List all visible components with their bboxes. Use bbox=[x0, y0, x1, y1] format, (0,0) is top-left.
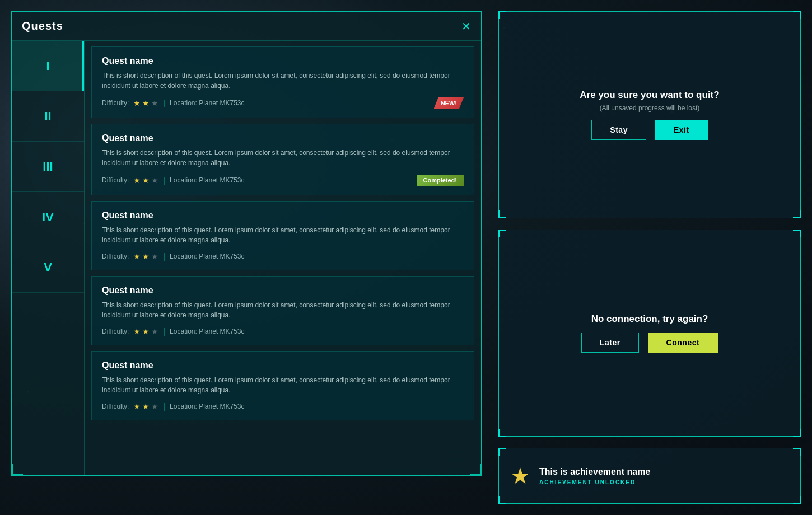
quest-description: This is short description of this quest.… bbox=[102, 300, 464, 320]
quest-tab-3[interactable]: III bbox=[12, 142, 84, 192]
achievement-star-icon: ★ bbox=[510, 463, 530, 489]
star-2: ★ bbox=[142, 327, 150, 336]
difficulty-stars: ★ ★ ★ bbox=[133, 402, 158, 411]
quest-meta: Difficulty: ★ ★ ★ | Location: Planet MK7… bbox=[102, 327, 245, 336]
quest-name: Quest name bbox=[102, 210, 464, 221]
later-button[interactable]: Later bbox=[581, 333, 639, 353]
quest-meta: Difficulty: ★ ★ ★ | Location: Planet MK7… bbox=[102, 99, 245, 107]
quest-description: This is short description of this quest.… bbox=[102, 71, 464, 91]
badge-new: NEW! bbox=[434, 97, 464, 109]
corner-tl bbox=[498, 11, 506, 19]
star-2: ★ bbox=[142, 99, 150, 107]
quest-item[interactable]: Quest name This is short description of … bbox=[91, 276, 474, 345]
quest-footer: Difficulty: ★ ★ ★ | Location: Planet MK7… bbox=[102, 175, 464, 186]
corner-bl bbox=[498, 496, 506, 504]
quest-description: This is short description of this quest.… bbox=[102, 148, 464, 168]
location-label: Location: Planet MK753c bbox=[170, 176, 244, 184]
quests-title: Quests bbox=[22, 20, 63, 32]
achievement-label: ACHIEVEMENT UNLOCKED bbox=[539, 479, 650, 485]
quest-item[interactable]: Quest name This is short description of … bbox=[91, 46, 474, 118]
quest-list[interactable]: Quest name This is short description of … bbox=[85, 41, 481, 475]
quests-body: I II III IV V Quest name This is short d… bbox=[12, 41, 481, 475]
star-1: ★ bbox=[133, 99, 141, 107]
star-1: ★ bbox=[133, 402, 141, 411]
quest-meta: Difficulty: ★ ★ ★ | Location: Planet MK7… bbox=[102, 252, 245, 261]
star-1: ★ bbox=[133, 176, 141, 185]
corner-tl bbox=[498, 230, 506, 237]
quest-footer: Difficulty: ★ ★ ★ | Location: Planet MK7… bbox=[102, 252, 464, 261]
quit-dialog-subtitle: (All unsaved progress will be lost) bbox=[600, 104, 700, 112]
stay-button[interactable]: Stay bbox=[591, 120, 646, 140]
corner-br bbox=[793, 496, 801, 504]
star-1: ★ bbox=[133, 252, 141, 261]
star-3: ★ bbox=[151, 252, 158, 261]
corner-bl bbox=[498, 210, 506, 218]
quest-footer: Difficulty: ★ ★ ★ | Location: Planet MK7… bbox=[102, 97, 464, 109]
quest-description: This is short description of this quest.… bbox=[102, 225, 464, 245]
badge-completed: Completed! bbox=[417, 175, 464, 186]
star-2: ★ bbox=[142, 176, 150, 185]
quest-meta: Difficulty: ★ ★ ★ | Location: Planet MK7… bbox=[102, 176, 245, 185]
quest-tab-5[interactable]: V bbox=[12, 242, 84, 293]
star-1: ★ bbox=[133, 327, 141, 336]
separator: | bbox=[163, 99, 165, 107]
connection-dialog: No connection, try again? Later Connect bbox=[498, 230, 801, 437]
star-3: ★ bbox=[151, 327, 158, 336]
quest-footer: Difficulty: ★ ★ ★ | Location: Planet MK7… bbox=[102, 327, 464, 336]
corner-bl bbox=[498, 429, 506, 437]
connection-dialog-title: No connection, try again? bbox=[591, 313, 708, 325]
achievement-text: This is achievement name ACHIEVEMENT UNL… bbox=[539, 467, 650, 485]
separator: | bbox=[163, 176, 165, 185]
difficulty-label: Difficulty: bbox=[102, 176, 129, 184]
star-3: ★ bbox=[151, 402, 158, 411]
connection-dialog-buttons: Later Connect bbox=[581, 333, 718, 353]
quest-tab-2[interactable]: II bbox=[12, 91, 84, 142]
close-button[interactable]: ✕ bbox=[461, 21, 471, 32]
quest-footer: Difficulty: ★ ★ ★ | Location: Planet MK7… bbox=[102, 402, 464, 411]
quest-tab-4[interactable]: IV bbox=[12, 192, 84, 242]
location-label: Location: Planet MK753c bbox=[170, 402, 244, 410]
exit-button[interactable]: Exit bbox=[655, 120, 708, 140]
quest-sidebar: I II III IV V bbox=[12, 41, 85, 475]
separator: | bbox=[163, 252, 165, 261]
quest-item[interactable]: Quest name This is short description of … bbox=[91, 201, 474, 270]
difficulty-label: Difficulty: bbox=[102, 99, 129, 107]
quest-name: Quest name bbox=[102, 133, 464, 143]
corner-tr bbox=[793, 448, 801, 456]
quest-item[interactable]: Quest name This is short description of … bbox=[91, 351, 474, 420]
difficulty-stars: ★ ★ ★ bbox=[133, 176, 158, 185]
difficulty-stars: ★ ★ ★ bbox=[133, 252, 158, 261]
quest-tab-1[interactable]: I bbox=[12, 41, 84, 91]
quest-item[interactable]: Quest name This is short description of … bbox=[91, 124, 474, 195]
star-3: ★ bbox=[151, 99, 158, 107]
difficulty-stars: ★ ★ ★ bbox=[133, 99, 158, 107]
difficulty-label: Difficulty: bbox=[102, 252, 129, 260]
star-2: ★ bbox=[142, 252, 150, 261]
quit-dialog: Are you sure you want to quit? (All unsa… bbox=[498, 11, 801, 218]
quit-dialog-buttons: Stay Exit bbox=[591, 120, 707, 140]
quests-panel: Quests ✕ I II III IV V Quest name This i… bbox=[0, 0, 493, 515]
star-3: ★ bbox=[151, 176, 158, 185]
achievement-panel: ★ This is achievement name ACHIEVEMENT U… bbox=[498, 448, 801, 504]
separator: | bbox=[163, 327, 165, 336]
location-label: Location: Planet MK753c bbox=[170, 252, 244, 260]
connect-button[interactable]: Connect bbox=[648, 333, 718, 353]
corner-br bbox=[793, 429, 801, 437]
difficulty-label: Difficulty: bbox=[102, 402, 129, 410]
separator: | bbox=[163, 402, 165, 411]
quests-header: Quests ✕ bbox=[12, 12, 481, 41]
quest-description: This is short description of this quest.… bbox=[102, 375, 464, 395]
quest-meta: Difficulty: ★ ★ ★ | Location: Planet MK7… bbox=[102, 402, 245, 411]
location-label: Location: Planet MK753c bbox=[170, 327, 244, 335]
location-label: Location: Planet MK753c bbox=[170, 99, 244, 107]
quest-name: Quest name bbox=[102, 360, 464, 371]
quest-name: Quest name bbox=[102, 285, 464, 296]
quit-dialog-title: Are you sure you want to quit? bbox=[580, 90, 719, 101]
star-2: ★ bbox=[142, 402, 150, 411]
corner-tr bbox=[793, 230, 801, 237]
right-panel: Are you sure you want to quit? (All unsa… bbox=[493, 0, 812, 515]
quest-name: Quest name bbox=[102, 56, 464, 66]
difficulty-stars: ★ ★ ★ bbox=[133, 327, 158, 336]
difficulty-label: Difficulty: bbox=[102, 327, 129, 335]
quests-window: Quests ✕ I II III IV V Quest name This i… bbox=[11, 11, 482, 476]
